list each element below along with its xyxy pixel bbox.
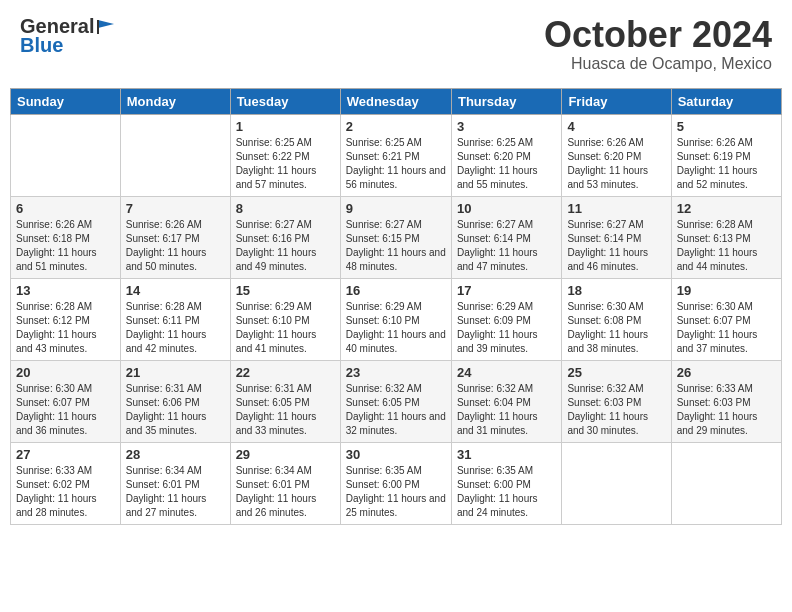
calendar-cell: 22Sunrise: 6:31 AM Sunset: 6:05 PM Dayli… xyxy=(230,360,340,442)
day-number: 24 xyxy=(457,365,556,380)
calendar-cell: 3Sunrise: 6:25 AM Sunset: 6:20 PM Daylig… xyxy=(451,114,561,196)
day-number: 21 xyxy=(126,365,225,380)
calendar-cell xyxy=(11,114,121,196)
day-number: 15 xyxy=(236,283,335,298)
calendar-cell: 29Sunrise: 6:34 AM Sunset: 6:01 PM Dayli… xyxy=(230,442,340,524)
logo-flag-icon xyxy=(96,18,116,36)
day-number: 20 xyxy=(16,365,115,380)
calendar-week-row: 27Sunrise: 6:33 AM Sunset: 6:02 PM Dayli… xyxy=(11,442,782,524)
day-number: 17 xyxy=(457,283,556,298)
logo-blue: Blue xyxy=(20,34,116,57)
location: Huasca de Ocampo, Mexico xyxy=(544,55,772,73)
day-info: Sunrise: 6:25 AM Sunset: 6:20 PM Dayligh… xyxy=(457,136,556,192)
day-number: 19 xyxy=(677,283,776,298)
month-title: October 2024 xyxy=(544,15,772,55)
day-info: Sunrise: 6:30 AM Sunset: 6:08 PM Dayligh… xyxy=(567,300,665,356)
calendar-cell: 25Sunrise: 6:32 AM Sunset: 6:03 PM Dayli… xyxy=(562,360,671,442)
day-info: Sunrise: 6:27 AM Sunset: 6:16 PM Dayligh… xyxy=(236,218,335,274)
day-number: 5 xyxy=(677,119,776,134)
weekday-header-saturday: Saturday xyxy=(671,88,781,114)
day-number: 1 xyxy=(236,119,335,134)
day-info: Sunrise: 6:26 AM Sunset: 6:20 PM Dayligh… xyxy=(567,136,665,192)
day-info: Sunrise: 6:29 AM Sunset: 6:09 PM Dayligh… xyxy=(457,300,556,356)
calendar-week-row: 13Sunrise: 6:28 AM Sunset: 6:12 PM Dayli… xyxy=(11,278,782,360)
day-number: 27 xyxy=(16,447,115,462)
page-header: General Blue October 2024 Huasca de Ocam… xyxy=(10,10,782,78)
day-number: 6 xyxy=(16,201,115,216)
calendar-cell: 2Sunrise: 6:25 AM Sunset: 6:21 PM Daylig… xyxy=(340,114,451,196)
weekday-header-monday: Monday xyxy=(120,88,230,114)
day-info: Sunrise: 6:33 AM Sunset: 6:02 PM Dayligh… xyxy=(16,464,115,520)
day-info: Sunrise: 6:35 AM Sunset: 6:00 PM Dayligh… xyxy=(346,464,446,520)
day-number: 12 xyxy=(677,201,776,216)
day-info: Sunrise: 6:28 AM Sunset: 6:11 PM Dayligh… xyxy=(126,300,225,356)
weekday-header-wednesday: Wednesday xyxy=(340,88,451,114)
calendar-cell: 24Sunrise: 6:32 AM Sunset: 6:04 PM Dayli… xyxy=(451,360,561,442)
day-info: Sunrise: 6:26 AM Sunset: 6:17 PM Dayligh… xyxy=(126,218,225,274)
calendar-cell: 26Sunrise: 6:33 AM Sunset: 6:03 PM Dayli… xyxy=(671,360,781,442)
day-info: Sunrise: 6:27 AM Sunset: 6:14 PM Dayligh… xyxy=(457,218,556,274)
calendar-cell: 27Sunrise: 6:33 AM Sunset: 6:02 PM Dayli… xyxy=(11,442,121,524)
day-info: Sunrise: 6:29 AM Sunset: 6:10 PM Dayligh… xyxy=(346,300,446,356)
calendar-cell: 8Sunrise: 6:27 AM Sunset: 6:16 PM Daylig… xyxy=(230,196,340,278)
day-number: 29 xyxy=(236,447,335,462)
day-number: 8 xyxy=(236,201,335,216)
calendar-cell: 20Sunrise: 6:30 AM Sunset: 6:07 PM Dayli… xyxy=(11,360,121,442)
day-number: 28 xyxy=(126,447,225,462)
calendar-cell: 10Sunrise: 6:27 AM Sunset: 6:14 PM Dayli… xyxy=(451,196,561,278)
calendar-cell: 12Sunrise: 6:28 AM Sunset: 6:13 PM Dayli… xyxy=(671,196,781,278)
day-number: 16 xyxy=(346,283,446,298)
day-info: Sunrise: 6:29 AM Sunset: 6:10 PM Dayligh… xyxy=(236,300,335,356)
day-number: 23 xyxy=(346,365,446,380)
calendar-cell: 19Sunrise: 6:30 AM Sunset: 6:07 PM Dayli… xyxy=(671,278,781,360)
calendar-week-row: 6Sunrise: 6:26 AM Sunset: 6:18 PM Daylig… xyxy=(11,196,782,278)
calendar-cell: 23Sunrise: 6:32 AM Sunset: 6:05 PM Dayli… xyxy=(340,360,451,442)
weekday-header-tuesday: Tuesday xyxy=(230,88,340,114)
calendar-cell: 17Sunrise: 6:29 AM Sunset: 6:09 PM Dayli… xyxy=(451,278,561,360)
day-info: Sunrise: 6:31 AM Sunset: 6:06 PM Dayligh… xyxy=(126,382,225,438)
day-info: Sunrise: 6:27 AM Sunset: 6:15 PM Dayligh… xyxy=(346,218,446,274)
logo: General Blue xyxy=(20,15,116,57)
calendar-cell: 13Sunrise: 6:28 AM Sunset: 6:12 PM Dayli… xyxy=(11,278,121,360)
day-info: Sunrise: 6:32 AM Sunset: 6:05 PM Dayligh… xyxy=(346,382,446,438)
day-info: Sunrise: 6:25 AM Sunset: 6:22 PM Dayligh… xyxy=(236,136,335,192)
logo-text: General Blue xyxy=(20,15,116,57)
day-number: 4 xyxy=(567,119,665,134)
day-info: Sunrise: 6:31 AM Sunset: 6:05 PM Dayligh… xyxy=(236,382,335,438)
calendar-cell xyxy=(671,442,781,524)
day-info: Sunrise: 6:33 AM Sunset: 6:03 PM Dayligh… xyxy=(677,382,776,438)
calendar-cell: 7Sunrise: 6:26 AM Sunset: 6:17 PM Daylig… xyxy=(120,196,230,278)
calendar-cell: 18Sunrise: 6:30 AM Sunset: 6:08 PM Dayli… xyxy=(562,278,671,360)
svg-marker-0 xyxy=(98,20,114,28)
calendar-table: SundayMondayTuesdayWednesdayThursdayFrid… xyxy=(10,88,782,525)
calendar-cell: 14Sunrise: 6:28 AM Sunset: 6:11 PM Dayli… xyxy=(120,278,230,360)
calendar-week-row: 20Sunrise: 6:30 AM Sunset: 6:07 PM Dayli… xyxy=(11,360,782,442)
day-number: 10 xyxy=(457,201,556,216)
calendar-cell: 16Sunrise: 6:29 AM Sunset: 6:10 PM Dayli… xyxy=(340,278,451,360)
day-number: 31 xyxy=(457,447,556,462)
calendar-cell: 21Sunrise: 6:31 AM Sunset: 6:06 PM Dayli… xyxy=(120,360,230,442)
day-number: 13 xyxy=(16,283,115,298)
day-info: Sunrise: 6:26 AM Sunset: 6:18 PM Dayligh… xyxy=(16,218,115,274)
day-info: Sunrise: 6:35 AM Sunset: 6:00 PM Dayligh… xyxy=(457,464,556,520)
calendar-cell xyxy=(120,114,230,196)
title-section: October 2024 Huasca de Ocampo, Mexico xyxy=(544,15,772,73)
day-info: Sunrise: 6:30 AM Sunset: 6:07 PM Dayligh… xyxy=(677,300,776,356)
day-number: 3 xyxy=(457,119,556,134)
calendar-cell: 30Sunrise: 6:35 AM Sunset: 6:00 PM Dayli… xyxy=(340,442,451,524)
weekday-header-friday: Friday xyxy=(562,88,671,114)
day-info: Sunrise: 6:28 AM Sunset: 6:13 PM Dayligh… xyxy=(677,218,776,274)
day-info: Sunrise: 6:30 AM Sunset: 6:07 PM Dayligh… xyxy=(16,382,115,438)
calendar-cell: 31Sunrise: 6:35 AM Sunset: 6:00 PM Dayli… xyxy=(451,442,561,524)
calendar-cell: 15Sunrise: 6:29 AM Sunset: 6:10 PM Dayli… xyxy=(230,278,340,360)
calendar-cell: 6Sunrise: 6:26 AM Sunset: 6:18 PM Daylig… xyxy=(11,196,121,278)
day-info: Sunrise: 6:26 AM Sunset: 6:19 PM Dayligh… xyxy=(677,136,776,192)
calendar-week-row: 1Sunrise: 6:25 AM Sunset: 6:22 PM Daylig… xyxy=(11,114,782,196)
calendar-cell: 1Sunrise: 6:25 AM Sunset: 6:22 PM Daylig… xyxy=(230,114,340,196)
day-number: 7 xyxy=(126,201,225,216)
weekday-header-sunday: Sunday xyxy=(11,88,121,114)
day-number: 11 xyxy=(567,201,665,216)
day-info: Sunrise: 6:27 AM Sunset: 6:14 PM Dayligh… xyxy=(567,218,665,274)
day-number: 30 xyxy=(346,447,446,462)
weekday-header-thursday: Thursday xyxy=(451,88,561,114)
